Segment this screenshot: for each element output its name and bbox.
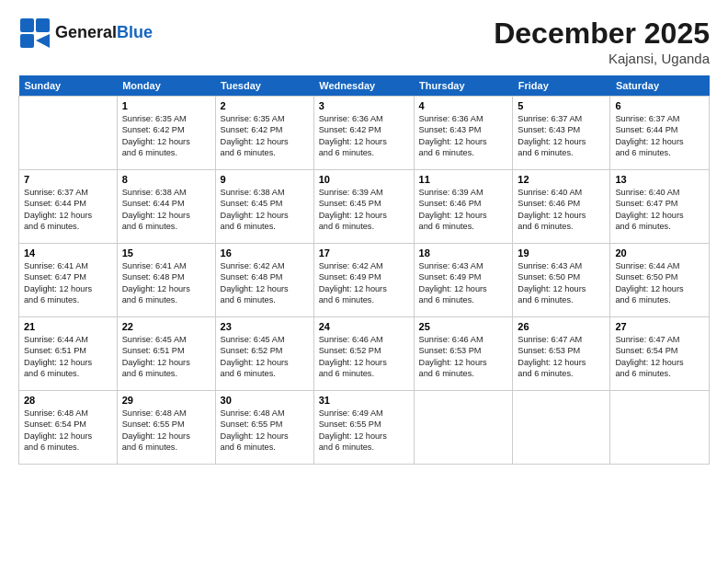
day-header-sunday: Sunday xyxy=(19,75,118,97)
date-number: 24 xyxy=(319,321,409,332)
cell-info: Sunrise: 6:40 AM Sunset: 6:47 PM Dayligh… xyxy=(615,187,704,233)
date-number: 3 xyxy=(319,100,409,111)
cell-info: Sunrise: 6:43 AM Sunset: 6:50 PM Dayligh… xyxy=(518,260,605,306)
page: GeneralBlue December 2025 Kajansi, Ugand… xyxy=(0,0,728,563)
date-number: 10 xyxy=(319,174,409,185)
svg-rect-1 xyxy=(36,18,50,32)
date-number: 17 xyxy=(319,247,409,259)
date-number: 28 xyxy=(24,395,112,406)
calendar-cell: 3Sunrise: 6:36 AM Sunset: 6:42 PM Daylig… xyxy=(313,97,414,170)
day-header-tuesday: Tuesday xyxy=(215,75,313,97)
day-header-thursday: Thursday xyxy=(414,75,513,97)
logo-blue: Blue xyxy=(117,23,153,41)
calendar-cell: 15Sunrise: 6:41 AM Sunset: 6:48 PM Dayli… xyxy=(117,244,215,317)
date-number: 19 xyxy=(518,247,605,259)
cell-info: Sunrise: 6:47 AM Sunset: 6:54 PM Dayligh… xyxy=(615,334,704,380)
calendar-week-0: 1Sunrise: 6:35 AM Sunset: 6:42 PM Daylig… xyxy=(19,97,710,170)
cell-info: Sunrise: 6:39 AM Sunset: 6:45 PM Dayligh… xyxy=(319,187,409,233)
calendar-cell: 1Sunrise: 6:35 AM Sunset: 6:42 PM Daylig… xyxy=(117,97,215,170)
date-number: 21 xyxy=(24,321,112,332)
date-number: 16 xyxy=(221,247,309,259)
calendar-cell: 8Sunrise: 6:38 AM Sunset: 6:44 PM Daylig… xyxy=(117,170,215,244)
date-number: 25 xyxy=(419,321,508,332)
date-number: 4 xyxy=(419,100,508,111)
date-number: 30 xyxy=(221,395,309,406)
cell-info: Sunrise: 6:36 AM Sunset: 6:43 PM Dayligh… xyxy=(419,113,508,159)
calendar-cell: 12Sunrise: 6:40 AM Sunset: 6:46 PM Dayli… xyxy=(513,170,610,244)
calendar-cell: 30Sunrise: 6:48 AM Sunset: 6:55 PM Dayli… xyxy=(215,391,313,465)
date-number: 29 xyxy=(122,395,210,406)
cell-info: Sunrise: 6:43 AM Sunset: 6:49 PM Dayligh… xyxy=(419,260,508,306)
calendar-cell: 4Sunrise: 6:36 AM Sunset: 6:43 PM Daylig… xyxy=(414,97,513,170)
date-number: 2 xyxy=(221,100,309,111)
date-number: 8 xyxy=(122,174,210,185)
calendar-cell: 22Sunrise: 6:45 AM Sunset: 6:51 PM Dayli… xyxy=(117,317,215,391)
date-number: 9 xyxy=(221,174,309,185)
cell-info: Sunrise: 6:46 AM Sunset: 6:53 PM Dayligh… xyxy=(419,334,508,380)
calendar-cell xyxy=(414,391,513,465)
calendar-cell xyxy=(19,97,118,170)
calendar-cell: 17Sunrise: 6:42 AM Sunset: 6:49 PM Dayli… xyxy=(313,244,414,317)
cell-info: Sunrise: 6:39 AM Sunset: 6:46 PM Dayligh… xyxy=(419,187,508,233)
calendar-cell: 27Sunrise: 6:47 AM Sunset: 6:54 PM Dayli… xyxy=(610,317,710,391)
date-number: 22 xyxy=(122,321,210,332)
cell-info: Sunrise: 6:45 AM Sunset: 6:51 PM Dayligh… xyxy=(122,334,210,380)
day-header-row: SundayMondayTuesdayWednesdayThursdayFrid… xyxy=(19,75,710,97)
logo-general: General xyxy=(55,23,117,41)
calendar-cell: 18Sunrise: 6:43 AM Sunset: 6:49 PM Dayli… xyxy=(414,244,513,317)
svg-rect-2 xyxy=(20,34,34,48)
date-number: 14 xyxy=(24,247,112,259)
day-header-monday: Monday xyxy=(117,75,215,97)
date-number: 15 xyxy=(122,247,210,259)
date-number: 7 xyxy=(24,174,112,185)
day-header-wednesday: Wednesday xyxy=(313,75,414,97)
cell-info: Sunrise: 6:38 AM Sunset: 6:45 PM Dayligh… xyxy=(221,187,309,233)
calendar-cell: 29Sunrise: 6:48 AM Sunset: 6:55 PM Dayli… xyxy=(117,391,215,465)
cell-info: Sunrise: 6:44 AM Sunset: 6:50 PM Dayligh… xyxy=(615,260,704,306)
date-number: 23 xyxy=(221,321,309,332)
cell-info: Sunrise: 6:41 AM Sunset: 6:48 PM Dayligh… xyxy=(122,260,210,306)
calendar-cell: 25Sunrise: 6:46 AM Sunset: 6:53 PM Dayli… xyxy=(414,317,513,391)
header: GeneralBlue December 2025 Kajansi, Ugand… xyxy=(18,17,710,66)
calendar-cell: 19Sunrise: 6:43 AM Sunset: 6:50 PM Dayli… xyxy=(513,244,610,317)
cell-info: Sunrise: 6:35 AM Sunset: 6:42 PM Dayligh… xyxy=(221,113,309,159)
svg-rect-0 xyxy=(20,18,34,32)
logo-icon xyxy=(18,17,51,50)
svg-marker-3 xyxy=(36,34,50,48)
calendar-cell: 16Sunrise: 6:42 AM Sunset: 6:48 PM Dayli… xyxy=(215,244,313,317)
calendar-cell: 24Sunrise: 6:46 AM Sunset: 6:52 PM Dayli… xyxy=(313,317,414,391)
title-block: December 2025 Kajansi, Uganda xyxy=(494,17,710,66)
date-number: 26 xyxy=(518,321,605,332)
cell-info: Sunrise: 6:44 AM Sunset: 6:51 PM Dayligh… xyxy=(24,334,112,380)
calendar-cell: 14Sunrise: 6:41 AM Sunset: 6:47 PM Dayli… xyxy=(19,244,118,317)
date-number: 13 xyxy=(615,174,704,185)
logo: GeneralBlue xyxy=(18,17,153,50)
calendar-cell: 21Sunrise: 6:44 AM Sunset: 6:51 PM Dayli… xyxy=(19,317,118,391)
calendar-week-2: 14Sunrise: 6:41 AM Sunset: 6:47 PM Dayli… xyxy=(19,244,710,317)
calendar-cell: 5Sunrise: 6:37 AM Sunset: 6:43 PM Daylig… xyxy=(513,97,610,170)
calendar-cell xyxy=(610,391,710,465)
calendar-week-4: 28Sunrise: 6:48 AM Sunset: 6:54 PM Dayli… xyxy=(19,391,710,465)
cell-info: Sunrise: 6:37 AM Sunset: 6:43 PM Dayligh… xyxy=(518,113,605,159)
cell-info: Sunrise: 6:45 AM Sunset: 6:52 PM Dayligh… xyxy=(221,334,309,380)
cell-info: Sunrise: 6:35 AM Sunset: 6:42 PM Dayligh… xyxy=(122,113,210,159)
calendar-cell xyxy=(513,391,610,465)
cell-info: Sunrise: 6:37 AM Sunset: 6:44 PM Dayligh… xyxy=(24,187,112,233)
calendar-table: SundayMondayTuesdayWednesdayThursdayFrid… xyxy=(18,75,710,465)
date-number: 5 xyxy=(518,100,605,111)
calendar-cell: 20Sunrise: 6:44 AM Sunset: 6:50 PM Dayli… xyxy=(610,244,710,317)
calendar-cell: 7Sunrise: 6:37 AM Sunset: 6:44 PM Daylig… xyxy=(19,170,118,244)
calendar-cell: 28Sunrise: 6:48 AM Sunset: 6:54 PM Dayli… xyxy=(19,391,118,465)
date-number: 27 xyxy=(615,321,704,332)
calendar-cell: 2Sunrise: 6:35 AM Sunset: 6:42 PM Daylig… xyxy=(215,97,313,170)
location: Kajansi, Uganda xyxy=(494,51,710,66)
cell-info: Sunrise: 6:42 AM Sunset: 6:48 PM Dayligh… xyxy=(221,260,309,306)
cell-info: Sunrise: 6:41 AM Sunset: 6:47 PM Dayligh… xyxy=(24,260,112,306)
cell-info: Sunrise: 6:46 AM Sunset: 6:52 PM Dayligh… xyxy=(319,334,409,380)
cell-info: Sunrise: 6:40 AM Sunset: 6:46 PM Dayligh… xyxy=(518,187,605,233)
calendar-week-1: 7Sunrise: 6:37 AM Sunset: 6:44 PM Daylig… xyxy=(19,170,710,244)
date-number: 11 xyxy=(419,174,508,185)
calendar-cell: 10Sunrise: 6:39 AM Sunset: 6:45 PM Dayli… xyxy=(313,170,414,244)
calendar-cell: 9Sunrise: 6:38 AM Sunset: 6:45 PM Daylig… xyxy=(215,170,313,244)
date-number: 6 xyxy=(615,100,704,111)
